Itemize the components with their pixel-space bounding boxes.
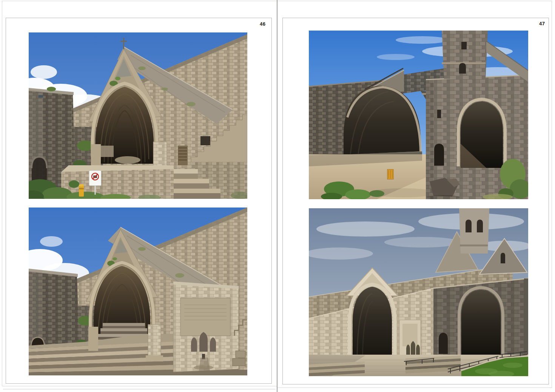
- photo-bottom-right-illustration: [309, 208, 528, 376]
- page-number-right: 47: [539, 21, 545, 26]
- page-stack-edge: [3, 389, 276, 389]
- photo-top-right-illustration: [309, 31, 528, 199]
- photo-bottom-left: [29, 208, 247, 375]
- trash-bin: [387, 169, 393, 179]
- fountain-wall: [173, 281, 239, 372]
- photo-top-left-illustration: [29, 32, 247, 199]
- gable-cross-icon: [123, 38, 124, 49]
- photo-top-left: [29, 32, 247, 199]
- photo-bottom-left-illustration: [29, 208, 247, 375]
- photo-bottom-right: [309, 208, 528, 376]
- photo-top-right: [309, 31, 528, 199]
- page-number-left: 46: [260, 21, 265, 27]
- page-spine: [277, 0, 278, 392]
- yellow-bollard: [79, 184, 84, 197]
